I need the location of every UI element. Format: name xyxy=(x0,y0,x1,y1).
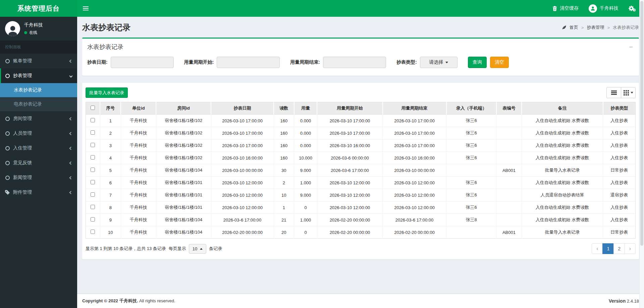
sidebar-item-attachment[interactable]: 附件管理 xyxy=(0,185,77,200)
pagination: ‹12› xyxy=(592,243,636,254)
submenu-item-label: 电表抄表记录 xyxy=(14,101,42,107)
copyright: Copyright © 2022 千舟科技. All rights reserv… xyxy=(82,298,175,304)
cell-r5-c4: 30 xyxy=(274,164,294,177)
sidebar-item-news[interactable]: 新闻管理 xyxy=(0,170,77,185)
cell-r5-c2: 宿舍楼/1栋/1楼/104 xyxy=(156,164,211,177)
records-unit-label: 条记录 xyxy=(209,246,222,252)
cell-r1-c6: 2026-03-10 17:00:00 xyxy=(317,115,382,127)
trash-icon xyxy=(552,6,557,11)
cell-r10-c4: 20 xyxy=(274,226,294,239)
row-checkbox[interactable] xyxy=(91,168,95,172)
batch-import-button[interactable]: 批量导入水表记录 xyxy=(86,87,128,98)
sidebar-user-name: 千舟科技 xyxy=(24,22,43,28)
cell-r6-c7: 2026-03-10 12:00:00 xyxy=(383,177,446,189)
row-checkbox[interactable] xyxy=(91,130,95,135)
cell-r2-c2: 宿舍楼/1栋/1楼/102 xyxy=(156,127,211,139)
row-checkbox[interactable] xyxy=(91,143,95,147)
column-header-1: 单位id xyxy=(121,102,156,115)
cell-r10-c2: 宿舍楼/1栋/1楼/104 xyxy=(156,226,211,239)
page-button-1[interactable]: 1 xyxy=(602,243,614,254)
filter-field-0: 抄表日期: xyxy=(87,57,174,68)
sidebar-item-label: 人员管理 xyxy=(13,130,70,136)
list-view-button[interactable] xyxy=(606,87,621,98)
cell-r2-c0: 2 xyxy=(100,127,121,139)
page-button-2[interactable]: 2 xyxy=(613,243,625,254)
row-checkbox[interactable] xyxy=(91,155,95,160)
cell-r5-c7: 2026-03-10 00:00:00 xyxy=(383,164,446,177)
copyright-rest: All rights reserved. xyxy=(139,298,175,303)
next-page-button[interactable]: › xyxy=(625,243,636,254)
row-checkbox[interactable] xyxy=(91,230,95,234)
cell-r7-c11: 退宿抄表 xyxy=(603,189,636,201)
sidebar-item-room[interactable]: 房间管理 xyxy=(0,111,77,126)
cell-r9-c9 xyxy=(496,214,522,226)
cell-r7-c3: 2026-03-10 12:00:00 xyxy=(211,189,274,201)
column-header-3: 抄表日期 xyxy=(211,102,274,115)
row-checkbox[interactable] xyxy=(91,192,95,197)
row-checkbox[interactable] xyxy=(91,118,95,122)
row-checkbox[interactable] xyxy=(91,217,95,222)
search-button[interactable]: 查询 xyxy=(468,57,487,68)
sidebar-item-meter[interactable]: 抄表管理 xyxy=(0,68,77,83)
column-view-button[interactable] xyxy=(621,87,636,98)
sidebar-item-label: 入住管理 xyxy=(13,145,70,151)
cell-r4-c10: 入住自动生成初始 水费读数 xyxy=(522,152,603,164)
sidebar-item-person[interactable]: 人员管理 xyxy=(0,126,77,141)
chevron-left-icon xyxy=(69,176,73,179)
cell-r4-c11: 入住抄表 xyxy=(603,152,636,164)
row-checkbox[interactable] xyxy=(91,180,95,184)
sidebar-subitem-water[interactable]: 水表抄表记录 xyxy=(0,83,77,97)
table-footer: 显示第 1 到第 10 条记录，总共 13 条记录 每页显示 10 条记录 ‹1… xyxy=(86,243,636,254)
table-row: 2千舟科技宿舍楼/1栋/1楼/1022026-03-10 17:00:00160… xyxy=(86,127,636,139)
leaf-icon xyxy=(562,25,567,30)
sidebar-subitem-electric[interactable]: 电表抄表记录 xyxy=(0,97,77,111)
sidebar-user-status[interactable]: 在线 xyxy=(24,30,43,36)
row-checkbox[interactable] xyxy=(91,205,95,209)
cell-r2-c7: 2026-03-10 17:00:00 xyxy=(383,127,446,139)
meter-type-select-value: 请选择 xyxy=(429,59,443,65)
caret-down-icon xyxy=(631,92,633,95)
circle-icon xyxy=(5,59,10,63)
submenu-item-label: 水表抄表记录 xyxy=(14,87,42,93)
sidebar-item-feedback[interactable]: 意见反馈 xyxy=(0,156,77,170)
collapse-panel-button[interactable]: − xyxy=(628,45,634,49)
cell-r9-c8: 张三8 xyxy=(446,214,496,226)
sidebar-item-bill[interactable]: 账单管理 xyxy=(0,54,77,68)
app-logo[interactable]: 系统管理后台 xyxy=(0,0,77,17)
cell-r8-c1: 千舟科技 xyxy=(121,201,156,214)
column-header-9: 表编号 xyxy=(496,102,522,115)
table-toolbar: 批量导入水表记录 xyxy=(86,86,636,102)
filter-input-0[interactable] xyxy=(111,57,174,68)
page-size-dropdown[interactable]: 10 xyxy=(189,244,206,254)
settings-button[interactable] xyxy=(629,0,636,17)
cell-r6-c0: 6 xyxy=(100,177,121,189)
breadcrumb-item-0[interactable]: 首页 xyxy=(570,24,578,30)
sidebar-toggle-button[interactable] xyxy=(77,0,94,17)
sidebar-item-checkin[interactable]: 入住管理 xyxy=(0,141,77,156)
cell-r3-c5: 0.000 xyxy=(294,139,317,152)
sidebar-item-label: 附件管理 xyxy=(13,189,70,195)
meter-type-select[interactable]: 请选择 xyxy=(420,57,458,68)
previous-page-button[interactable]: ‹ xyxy=(592,243,603,254)
cell-r1-c9 xyxy=(496,115,522,127)
breadcrumb-separator: > xyxy=(581,25,584,30)
select-all-checkbox[interactable] xyxy=(91,106,95,110)
circle-icon xyxy=(5,146,10,150)
breadcrumb-item-1[interactable]: 抄表管理 xyxy=(587,24,604,30)
user-menu[interactable]: 千舟科技 xyxy=(589,0,619,17)
navbar-main: 清空缓存 千舟科技 xyxy=(77,0,644,17)
cell-r6-c2: 宿舍楼/1栋/1楼/101 xyxy=(156,177,211,189)
scrollbar-thumb[interactable] xyxy=(640,1,643,246)
cell-r6-c4: 2 xyxy=(274,177,294,189)
row-select-cell xyxy=(86,139,100,152)
chevron-down-icon xyxy=(69,74,73,77)
cell-r1-c4: 160 xyxy=(274,115,294,127)
cell-r3-c9 xyxy=(496,139,522,152)
filter-input-1[interactable] xyxy=(217,57,280,68)
clear-cache-button[interactable]: 清空缓存 xyxy=(552,0,579,17)
cell-r2-c1: 千舟科技 xyxy=(121,127,156,139)
clear-button[interactable]: 清空 xyxy=(490,57,509,68)
scrollbar-track[interactable] xyxy=(639,0,644,308)
record-count-label: 显示第 1 到第 10 条记录，总共 13 条记录 xyxy=(86,246,166,252)
filter-input-2[interactable] xyxy=(323,57,386,68)
